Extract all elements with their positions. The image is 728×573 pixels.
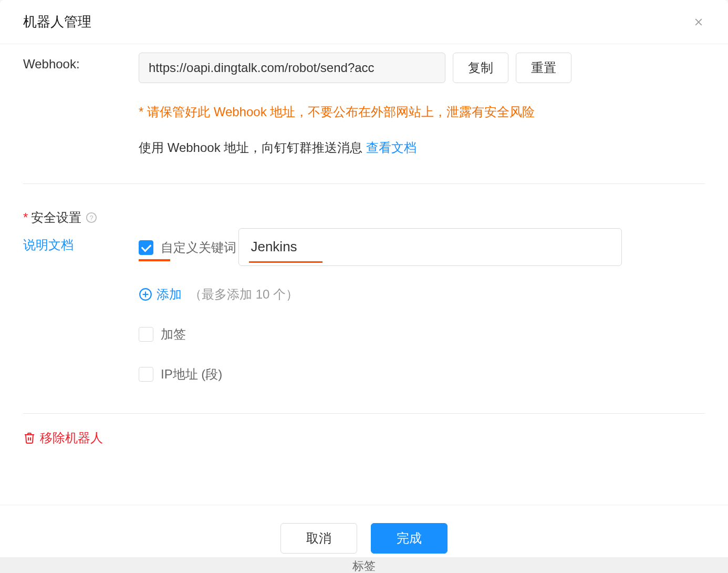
custom-keyword-row: 自定义关键词 [139, 239, 236, 256]
webhook-warning: * 请保管好此 Webhook 地址，不要公布在外部网站上，泄露有安全风险 [139, 102, 705, 122]
custom-keyword-label: 自定义关键词 [161, 239, 236, 256]
reset-button[interactable]: 重置 [516, 53, 571, 83]
webhook-info: 使用 Webhook 地址，向钉钉群推送消息 查看文档 [139, 138, 705, 158]
view-doc-link[interactable]: 查看文档 [366, 140, 417, 155]
help-icon[interactable]: ? [86, 212, 97, 223]
keyword-input[interactable] [238, 228, 622, 266]
custom-keyword-checkbox[interactable] [139, 240, 153, 255]
modal-footer: 取消 完成 [0, 505, 728, 557]
modal-header: 机器人管理 [0, 0, 728, 44]
close-button[interactable] [692, 16, 705, 28]
trash-icon [23, 432, 36, 444]
ip-option-row: IP地址 (段) [139, 366, 705, 383]
sign-checkbox[interactable] [139, 327, 153, 342]
add-keyword-row: 添加 （最多添加 10 个） [139, 286, 705, 303]
modal-body: Webhook: 复制 重置 * 请保管好此 Webhook 地址，不要公布在外… [0, 44, 728, 533]
remove-robot-button[interactable]: 移除机器人 [23, 429, 705, 446]
security-doc-link[interactable]: 说明文档 [23, 237, 139, 253]
webhook-content: 复制 重置 * 请保管好此 Webhook 地址，不要公布在外部网站上，泄露有安… [139, 53, 705, 158]
webhook-url-input[interactable] [139, 53, 445, 83]
security-label-column: * 安全设置 ? 说明文档 [23, 209, 139, 253]
webhook-label: Webhook: [23, 53, 139, 71]
webhook-row: Webhook: 复制 重置 * 请保管好此 Webhook 地址，不要公布在外… [23, 44, 705, 158]
sign-label: 加签 [161, 326, 186, 343]
keyword-input-wrap [238, 209, 622, 266]
webhook-info-text: 使用 Webhook 地址，向钉钉群推送消息 [139, 140, 366, 155]
add-keyword-link[interactable]: 添加 [157, 286, 182, 303]
cancel-button[interactable]: 取消 [280, 523, 357, 554]
ip-label: IP地址 (段) [161, 366, 222, 383]
security-label: * 安全设置 ? [23, 209, 97, 226]
required-indicator: * [23, 210, 28, 225]
security-section: * 安全设置 ? 说明文档 自定义关键词 [23, 184, 705, 383]
svg-text:?: ? [90, 213, 93, 221]
copy-button[interactable]: 复制 [453, 53, 508, 83]
modal-title: 机器人管理 [23, 13, 91, 31]
robot-management-modal: 机器人管理 Webhook: 复制 重置 * 请保管好此 Webhook 地址，… [0, 0, 728, 573]
ip-checkbox[interactable] [139, 367, 153, 382]
add-keyword-hint: （最多添加 10 个） [189, 286, 298, 303]
security-content: 自定义关键词 添加 （最多添加 10 个） 加签 [139, 209, 705, 383]
divider-2 [23, 413, 705, 414]
confirm-button[interactable]: 完成 [371, 523, 448, 554]
close-icon [693, 17, 704, 27]
sign-option-row: 加签 [139, 326, 705, 343]
webhook-input-row: 复制 重置 [139, 53, 705, 83]
remove-robot-label: 移除机器人 [40, 429, 103, 446]
plus-circle-icon [139, 288, 152, 301]
background-tab-label: 标签 [0, 557, 728, 573]
security-label-text: 安全设置 [31, 209, 81, 226]
